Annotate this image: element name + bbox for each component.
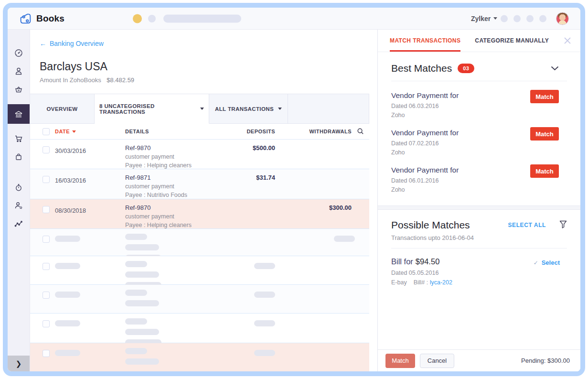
match-item-match-button[interactable]: Match xyxy=(530,164,559,178)
possible-matches-subtitle: Transactions upto 2016-06-04 xyxy=(391,234,567,241)
best-matches-count-badge: 03 xyxy=(458,64,474,73)
table-row[interactable]: 30/03/2016Ref-9870customer paymentPayee … xyxy=(30,140,369,169)
match-item-match-button[interactable]: Match xyxy=(530,90,559,103)
sidebar-item-time[interactable] xyxy=(8,178,30,196)
purchases-icon xyxy=(14,152,23,162)
sidebar-item-dashboard[interactable] xyxy=(8,44,30,62)
row-checkbox[interactable] xyxy=(43,236,50,243)
dashboard-icon xyxy=(14,48,23,58)
user-avatar[interactable] xyxy=(556,12,569,25)
row-withdrawal-amount: $300.00 xyxy=(298,204,352,211)
row-payee: Payee : Nutritivo Foods xyxy=(125,192,187,198)
tab-all-transactions[interactable]: ALL TRANSACTIONS xyxy=(209,94,288,123)
sidebar-item-contacts[interactable] xyxy=(8,62,30,80)
table-row-skeleton[interactable] xyxy=(30,314,369,343)
sidebar-item-reports[interactable] xyxy=(8,215,30,233)
search-icon[interactable] xyxy=(357,128,364,136)
tabstrip-filler xyxy=(288,94,369,123)
row-checkbox[interactable] xyxy=(43,263,50,270)
table-row-skeleton[interactable] xyxy=(30,256,369,285)
match-item-vendor: Zoho xyxy=(391,186,567,193)
table-row-skeleton[interactable] xyxy=(30,343,369,371)
row-date: 30/03/2016 xyxy=(55,147,86,154)
row-deposit-amount: $500.00 xyxy=(221,144,275,152)
match-item-date: Dated 07.02.2016 xyxy=(391,140,567,147)
back-to-banking-overview-link[interactable]: ← Banking Overview xyxy=(40,40,104,47)
close-icon[interactable] xyxy=(563,36,572,45)
row-checkbox[interactable] xyxy=(43,146,50,153)
tab-uncategorised-transactions[interactable]: 8 UNCATEGORISED TRANSACTIONS xyxy=(95,94,209,124)
filter-icon[interactable] xyxy=(559,220,567,230)
bill-number-link[interactable]: lyca-202 xyxy=(430,279,452,286)
section-separator xyxy=(378,206,580,210)
skeleton-pill xyxy=(55,263,80,269)
deposits-column-header: DEPOSITS xyxy=(221,129,275,134)
skeleton-pill xyxy=(125,358,159,365)
row-checkbox[interactable] xyxy=(43,320,50,327)
sidebar-item-purchases[interactable] xyxy=(8,148,30,166)
accountant-icon xyxy=(14,201,23,210)
topbar-icon-placeholder[interactable] xyxy=(539,15,546,22)
skeleton-pill xyxy=(55,350,80,356)
match-item-match-button[interactable]: Match xyxy=(530,127,559,141)
sidebar-item-items[interactable] xyxy=(8,80,30,98)
tab-categorize-manually[interactable]: CATEGORIZE MANUALLY xyxy=(475,30,549,52)
table-row[interactable]: 08/30/2018Ref-9870customer paymentPayee … xyxy=(30,199,369,229)
table-row-skeleton[interactable] xyxy=(30,285,369,314)
possible-matches-header: Possible Matches Transactions upto 2016-… xyxy=(391,219,567,241)
date-column-sort[interactable]: DATE xyxy=(55,129,76,134)
match-item-date: Dated 06.03.2016 xyxy=(391,103,567,109)
table-row[interactable]: 16/03/2016Ref-9871customer paymentPayee … xyxy=(30,169,369,199)
skeleton-pill xyxy=(55,320,80,326)
skeleton-pill xyxy=(125,244,159,250)
skeleton-amount-pill xyxy=(254,263,275,269)
topbar-icon-placeholder[interactable] xyxy=(526,15,534,22)
row-checkbox[interactable] xyxy=(43,350,50,357)
search-bar[interactable] xyxy=(163,14,241,22)
cancel-button[interactable]: Cancel xyxy=(420,354,454,368)
possible-match-item: Bill for$94.50Dated 05.05.2016E-bayBill#… xyxy=(391,249,567,286)
row-checkbox[interactable] xyxy=(43,206,50,213)
match-button[interactable]: Match xyxy=(385,354,415,368)
row-date: 16/03/2016 xyxy=(55,177,86,184)
account-title: Barclays USA xyxy=(40,60,377,73)
select-all-link[interactable]: SELECT ALL xyxy=(508,222,546,228)
topbar: Books Zylker xyxy=(8,8,580,30)
sidebar: ❯ xyxy=(8,30,30,371)
tab-overview[interactable]: OVERVIEW xyxy=(30,94,95,123)
skeleton-pill xyxy=(125,271,159,278)
row-reference: Ref-9870 xyxy=(125,144,150,152)
notification-dot-icon[interactable] xyxy=(133,14,142,23)
table-row-skeleton[interactable] xyxy=(30,229,369,256)
sidebar-item-sales[interactable] xyxy=(8,130,30,148)
row-checkbox[interactable] xyxy=(43,176,50,183)
items-icon xyxy=(14,85,23,94)
collapse-chevron-icon[interactable] xyxy=(551,64,559,73)
skeleton-pill xyxy=(55,292,80,298)
topbar-icon-placeholder[interactable] xyxy=(501,15,508,22)
check-icon: ✓ xyxy=(534,260,538,266)
row-checkbox[interactable] xyxy=(43,292,50,299)
match-panel-tabs: MATCH TRANSACTIONS CATEGORIZE MANUALLY xyxy=(378,30,580,52)
sales-icon xyxy=(14,134,23,143)
sidebar-expand-button[interactable]: ❯ xyxy=(8,356,30,371)
row-reference: Ref-9870 xyxy=(125,204,150,211)
transactions-table-header: DATE DETAILS DEPOSITS WITHDRAWALS xyxy=(30,124,369,140)
skeleton-pill xyxy=(125,261,147,267)
org-dropdown[interactable]: Zylker xyxy=(471,8,497,29)
skeleton-pill xyxy=(125,318,147,325)
sidebar-item-accountant[interactable] xyxy=(8,196,30,215)
match-item-vendor: Zoho xyxy=(391,149,567,156)
tab-match-transactions[interactable]: MATCH TRANSACTIONS xyxy=(390,30,460,52)
row-payee: Payee : Helping cleaners xyxy=(125,222,192,228)
topbar-icon-placeholder[interactable] xyxy=(148,15,156,22)
match-item-vendor: Zoho xyxy=(391,112,567,119)
select-all-checkbox[interactable] xyxy=(43,128,50,135)
select-link[interactable]: ✓Select xyxy=(534,259,560,266)
reports-icon xyxy=(14,219,23,228)
bill-date: Dated 05.05.2016 xyxy=(391,270,567,276)
back-arrow-icon: ← xyxy=(40,40,46,47)
sidebar-item-banking[interactable] xyxy=(8,104,30,124)
skeleton-pill xyxy=(125,348,147,354)
topbar-icon-placeholder[interactable] xyxy=(513,15,521,22)
